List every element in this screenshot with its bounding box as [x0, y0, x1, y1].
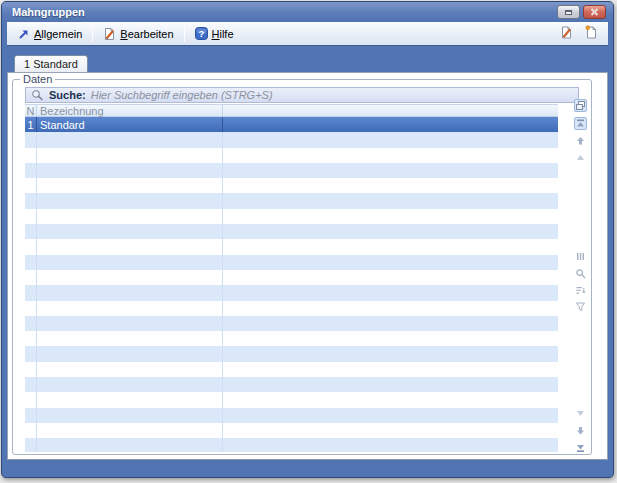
cell-n: [25, 423, 37, 438]
column-width-button[interactable]: [574, 250, 587, 263]
cell-bezeichnung: [37, 423, 223, 438]
copy-row-icon: [575, 100, 586, 111]
new-document-button[interactable]: [585, 25, 598, 42]
zoom-button[interactable]: [574, 267, 587, 280]
close-button[interactable]: [583, 5, 606, 19]
titlebar: Mahngruppen: [2, 2, 613, 22]
allgemein-button[interactable]: Allgemein: [11, 25, 89, 43]
cell-filler: [223, 270, 558, 285]
scroll-up-button[interactable]: [574, 151, 587, 164]
table-row: [25, 301, 558, 316]
header-cell-n[interactable]: N: [25, 105, 37, 116]
cell-bezeichnung: [37, 301, 223, 316]
scroll-down-icon: [575, 408, 586, 419]
table-row: [25, 285, 558, 300]
cell-bezeichnung: [37, 132, 223, 147]
cell-n: [25, 316, 37, 331]
cell-filler: [223, 423, 558, 438]
cell-filler: [223, 362, 558, 377]
cell-n: [25, 346, 37, 361]
cell-n: [25, 224, 37, 239]
cell-bezeichnung: [37, 224, 223, 239]
allgemein-label: Allgemein: [34, 28, 82, 40]
cell-n: [25, 285, 37, 300]
cell-filler: [223, 392, 558, 407]
content-panel: Daten Suche: Hier Suchbegriff eingeben (…: [7, 72, 608, 460]
toolbar-separator: [92, 26, 93, 42]
arrow-up-right-icon: [18, 28, 30, 40]
cell-filler: [223, 163, 558, 178]
restore-button[interactable]: [557, 5, 580, 19]
svg-text:?: ?: [198, 28, 204, 39]
hilfe-label: Hilfe: [212, 28, 234, 40]
cell-bezeichnung: [37, 209, 223, 224]
edit-document-button[interactable]: [560, 25, 573, 42]
move-to-bottom-button[interactable]: [574, 441, 587, 454]
cell-n: [25, 163, 37, 178]
table-row: [25, 423, 558, 438]
tool-rail: [573, 80, 588, 454]
cell-bezeichnung: [37, 270, 223, 285]
table-row: [25, 255, 558, 270]
groupbox-label: Daten: [20, 73, 55, 85]
cell-n: [25, 209, 37, 224]
table-row: [25, 163, 558, 178]
cell-bezeichnung: [37, 239, 223, 254]
cell-filler: [223, 239, 558, 254]
move-up-button[interactable]: [574, 134, 587, 147]
table-row: [25, 377, 558, 392]
cell-filler: [223, 255, 558, 270]
table-row: [25, 239, 558, 254]
table-row: [25, 408, 558, 423]
column-width-icon: [575, 251, 586, 262]
move-down-icon: [575, 425, 586, 436]
table-row-selected[interactable]: 1Standard: [25, 117, 558, 132]
copy-row-button[interactable]: [574, 99, 587, 112]
cell-n: [25, 362, 37, 377]
cell-filler: [223, 117, 558, 132]
table-row: [25, 270, 558, 285]
bearbeiten-label: Bearbeiten: [120, 28, 173, 40]
cell-bezeichnung: [37, 362, 223, 377]
table: N Bezeichnung 1Standard: [25, 104, 558, 452]
table-row: [25, 362, 558, 377]
header-cell-bezeichnung[interactable]: Bezeichnung: [37, 105, 223, 116]
sort-icon: [575, 285, 586, 296]
toolbar-separator: [184, 26, 185, 42]
bearbeiten-button[interactable]: Bearbeiten: [96, 24, 180, 44]
search-bar[interactable]: Suche: Hier Suchbegriff eingeben (STRG+S…: [25, 87, 579, 103]
move-down-button[interactable]: [574, 424, 587, 437]
cell-n: [25, 193, 37, 208]
table-header: N Bezeichnung: [25, 105, 558, 117]
scroll-down-button[interactable]: [574, 407, 587, 420]
cell-bezeichnung: [37, 438, 223, 452]
hilfe-button[interactable]: ? Hilfe: [188, 24, 241, 43]
table-row: [25, 346, 558, 361]
cell-n: 1: [25, 117, 37, 132]
new-document-icon: [585, 25, 598, 40]
table-row: [25, 178, 558, 193]
groupbox-daten: Daten Suche: Hier Suchbegriff eingeben (…: [12, 79, 592, 455]
cell-bezeichnung: [37, 346, 223, 361]
filter-button[interactable]: [574, 300, 587, 313]
table-row: [25, 331, 558, 346]
move-to-top-icon: [575, 118, 586, 129]
move-to-top-button[interactable]: [574, 117, 587, 130]
cell-n: [25, 438, 37, 452]
cell-n: [25, 377, 37, 392]
cell-filler: [223, 224, 558, 239]
tab-standard[interactable]: 1 Standard: [14, 55, 88, 72]
cell-n: [25, 270, 37, 285]
table-row: [25, 209, 558, 224]
zoom-icon: [575, 268, 586, 279]
cell-filler: [223, 438, 558, 452]
scroll-up-icon: [575, 152, 586, 163]
cell-filler: [223, 209, 558, 224]
sort-button[interactable]: [574, 284, 587, 297]
close-icon: [590, 8, 599, 16]
edit-document-icon: [560, 25, 573, 40]
help-icon: ?: [195, 27, 208, 40]
cell-n: [25, 148, 37, 163]
cell-filler: [223, 408, 558, 423]
table-row: [25, 193, 558, 208]
